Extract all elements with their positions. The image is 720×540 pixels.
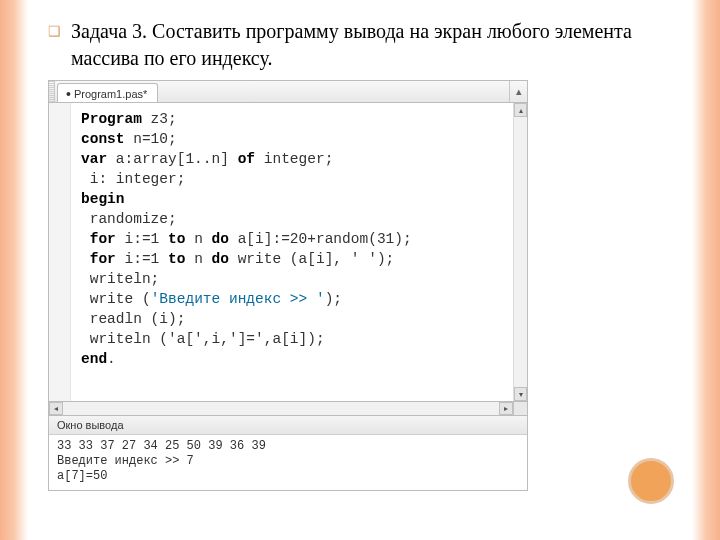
code-token: to: [168, 251, 185, 267]
decorative-circle-icon: [628, 458, 674, 504]
output-panel-title: Окно вывода: [49, 416, 527, 435]
code-token: for: [81, 251, 116, 267]
modified-dot-icon: •: [66, 89, 71, 99]
code-token: writeln ('a[',i,']=',a[i]);: [81, 331, 325, 347]
code-token: );: [325, 291, 342, 307]
scroll-track[interactable]: [63, 402, 499, 415]
slide-content: ❑ Задача 3. Составить программу вывода н…: [28, 0, 692, 540]
chevron-up-icon: ▴: [516, 85, 522, 98]
output-line: a[7]=50: [57, 469, 107, 483]
scroll-corner: [513, 402, 527, 415]
code-editor[interactable]: Program z3; const n=10; var a:array[1..n…: [48, 102, 528, 402]
arrow-up-icon: ▴: [519, 106, 523, 115]
task-heading: ❑ Задача 3. Составить программу вывода н…: [48, 18, 672, 72]
code-token: randomize;: [81, 211, 177, 227]
output-body: 33 33 37 27 34 25 50 39 36 39 Введите ин…: [49, 435, 527, 490]
arrow-left-icon: ◂: [54, 404, 58, 413]
code-token: end: [81, 351, 107, 367]
slide-left-border: [0, 0, 28, 540]
arrow-right-icon: ▸: [504, 404, 508, 413]
code-token: begin: [81, 191, 125, 207]
code-token: write (: [81, 291, 151, 307]
arrow-down-icon: ▾: [519, 390, 523, 399]
vertical-scrollbar[interactable]: ▴ ▾: [513, 103, 527, 401]
code-token: writeln;: [81, 271, 159, 287]
code-token: n: [185, 231, 211, 247]
bullet-icon: ❑: [48, 18, 61, 44]
output-line: Введите индекс >> 7: [57, 454, 194, 468]
editor-tab-bar: • Program1.pas* ▴: [48, 80, 528, 102]
code-token: i:=1: [116, 231, 168, 247]
collapse-button[interactable]: ▴: [509, 81, 527, 102]
task-text: Задача 3. Составить программу вывода на …: [71, 18, 672, 72]
editor-gutter: [49, 103, 71, 401]
code-token: do: [212, 251, 229, 267]
code-token: do: [212, 231, 229, 247]
code-token: to: [168, 231, 185, 247]
code-text: Program z3; const n=10; var a:array[1..n…: [71, 103, 513, 401]
code-token: for: [81, 231, 116, 247]
output-line: 33 33 37 27 34 25 50 39 36 39: [57, 439, 266, 453]
slide-right-border: [692, 0, 720, 540]
code-token: i: integer;: [81, 171, 185, 187]
code-token: var: [81, 151, 107, 167]
code-token: of: [238, 151, 255, 167]
file-tab-label: Program1.pas*: [74, 88, 147, 100]
code-token: a:array[1..n]: [107, 151, 238, 167]
scroll-up-button[interactable]: ▴: [514, 103, 527, 117]
scroll-left-button[interactable]: ◂: [49, 402, 63, 415]
file-tab[interactable]: • Program1.pas*: [57, 83, 158, 102]
code-token: z3;: [142, 111, 177, 127]
code-token: Program: [81, 111, 142, 127]
code-token: 'Введите индекс >> ': [151, 291, 325, 307]
horizontal-scrollbar[interactable]: ◂ ▸: [48, 402, 528, 416]
code-token: readln (i);: [81, 311, 185, 327]
ide-screenshot: • Program1.pas* ▴ Program z3; const n=10…: [48, 80, 528, 491]
code-token: .: [107, 351, 116, 367]
code-token: write (a[i], ' ');: [229, 251, 394, 267]
code-token: const: [81, 131, 125, 147]
code-token: integer;: [255, 151, 333, 167]
scroll-right-button[interactable]: ▸: [499, 402, 513, 415]
code-token: i:=1: [116, 251, 168, 267]
scroll-down-button[interactable]: ▾: [514, 387, 527, 401]
tabbar-handle-icon: [49, 81, 55, 102]
code-token: n: [185, 251, 211, 267]
code-token: n=10;: [125, 131, 177, 147]
output-panel: Окно вывода 33 33 37 27 34 25 50 39 36 3…: [48, 416, 528, 491]
code-token: a[i]:=20+random(31);: [229, 231, 412, 247]
